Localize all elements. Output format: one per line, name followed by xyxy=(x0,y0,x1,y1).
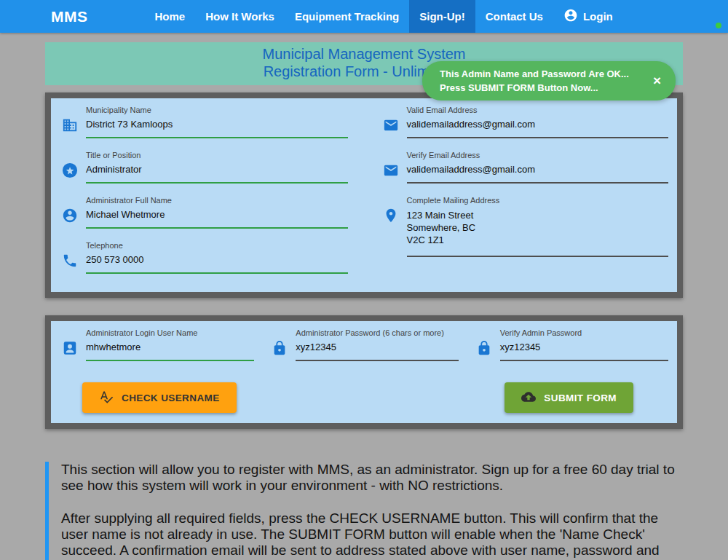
municipality-name-field[interactable]: Municipality Name District 73 Kamloops xyxy=(62,106,348,138)
nav-item-how-it-works[interactable]: How It Works xyxy=(195,0,285,33)
info-section: This section will allow you to register … xyxy=(45,462,683,560)
title-position-input[interactable]: Administrator xyxy=(86,164,348,184)
navbar: MMS Home How It Works Equipment Tracking… xyxy=(0,0,728,33)
verify-email-input[interactable]: validemailaddress@gmail.com xyxy=(407,164,669,184)
valid-email-input[interactable]: validemailaddress@gmail.com xyxy=(407,119,669,138)
nav-item-sign-up[interactable]: Sign-Up! xyxy=(409,0,475,33)
verify-password-field[interactable]: Verify Admin Password xyz12345 xyxy=(476,328,668,361)
email-icon xyxy=(383,106,407,133)
login-label: Login xyxy=(583,10,613,23)
toast-line1: This Admin Name and Password Are OK... xyxy=(440,67,647,81)
star-circle-icon xyxy=(62,151,86,178)
field-label: Telephone xyxy=(86,241,348,250)
verify-email-field[interactable]: Verify Email Address validemailaddress@g… xyxy=(383,151,669,184)
building-icon xyxy=(62,106,86,133)
registration-login-card: Administrator Login User Name mhwhetmore… xyxy=(45,315,683,429)
valid-email-field[interactable]: Valid Email Address validemailaddress@gm… xyxy=(383,106,669,138)
address-line-1: 123 Main Street xyxy=(407,209,669,221)
municipality-name-input[interactable]: District 73 Kamloops xyxy=(86,119,348,138)
admin-username-input[interactable]: mhwhetmore xyxy=(86,342,254,361)
info-paragraph-1: This section will allow you to register … xyxy=(61,462,683,494)
field-label: Complete Mailing Address xyxy=(407,196,669,205)
id-card-icon xyxy=(62,328,86,356)
address-line-2: Somewhere, BC xyxy=(407,221,669,234)
field-label: Administrator Login User Name xyxy=(86,328,254,337)
close-icon[interactable]: × xyxy=(647,73,667,89)
admin-password-input[interactable]: xyz12345 xyxy=(296,342,458,361)
form-buttons-row: CHECK USERNAME SUBMIT FORM xyxy=(62,382,668,417)
brand-logo[interactable]: MMS xyxy=(0,0,88,33)
field-label: Valid Email Address xyxy=(407,106,669,114)
nav-item-login[interactable]: Login xyxy=(553,0,623,33)
page-title: Municipal Management System xyxy=(45,45,683,63)
admin-password-field[interactable]: Administrator Password (6 chars or more)… xyxy=(272,328,458,361)
spellcheck-icon xyxy=(99,390,114,406)
address-line-3: V2C 1Z1 xyxy=(407,234,669,246)
field-label: Title or Position xyxy=(86,151,348,159)
title-position-field[interactable]: Title or Position Administrator xyxy=(62,151,348,184)
field-label: Administrator Full Name xyxy=(86,196,348,205)
contact-right-column: Valid Email Address validemailaddress@gm… xyxy=(383,106,669,286)
mailing-address-field[interactable]: Complete Mailing Address 123 Main Street… xyxy=(383,196,669,257)
email-icon xyxy=(383,151,407,178)
field-label: Verify Admin Password xyxy=(500,328,668,337)
info-paragraph-2: After supplying all required fields, pre… xyxy=(61,510,683,560)
submit-form-label: SUBMIT FORM xyxy=(544,393,617,403)
lock-icon xyxy=(476,328,500,356)
telephone-field[interactable]: Telephone 250 573 0000 xyxy=(62,241,348,274)
person-circle-icon xyxy=(62,196,86,224)
submit-form-button[interactable]: SUBMIT FORM xyxy=(505,382,633,413)
cloud-upload-icon xyxy=(521,390,536,406)
phone-icon xyxy=(62,241,86,269)
nav-menu: Home How It Works Equipment Tracking Sig… xyxy=(145,0,623,33)
admin-username-field[interactable]: Administrator Login User Name mhwhetmore xyxy=(62,328,254,361)
field-label: Municipality Name xyxy=(86,106,348,114)
toast-notification: This Admin Name and Password Are OK... P… xyxy=(422,61,676,100)
verify-password-input[interactable]: xyz12345 xyxy=(500,342,668,361)
check-username-button[interactable]: CHECK USERNAME xyxy=(82,382,237,413)
field-label: Administrator Password (6 chars or more) xyxy=(296,328,458,337)
toast-line2: Press SUBMIT FORM Button Now... xyxy=(440,81,647,95)
nav-item-equipment-tracking[interactable]: Equipment Tracking xyxy=(285,0,409,33)
nav-item-contact-us[interactable]: Contact Us xyxy=(475,0,553,33)
telephone-input[interactable]: 250 573 0000 xyxy=(86,254,348,274)
admin-full-name-field[interactable]: Administrator Full Name Michael Whetmore xyxy=(62,196,348,229)
location-pin-icon xyxy=(383,196,407,224)
lock-icon xyxy=(272,328,296,356)
mailing-address-input[interactable]: 123 Main Street Somewhere, BC V2C 1Z1 xyxy=(407,209,669,257)
account-circle-icon xyxy=(563,8,583,25)
admin-full-name-input[interactable]: Michael Whetmore xyxy=(86,209,348,229)
status-dot xyxy=(716,23,721,28)
contact-left-column: Municipality Name District 73 Kamloops T… xyxy=(62,106,348,286)
field-label: Verify Email Address xyxy=(407,151,669,159)
registration-contact-card: Municipality Name District 73 Kamloops T… xyxy=(45,92,683,298)
nav-item-home[interactable]: Home xyxy=(145,0,196,33)
check-username-label: CHECK USERNAME xyxy=(122,393,220,403)
